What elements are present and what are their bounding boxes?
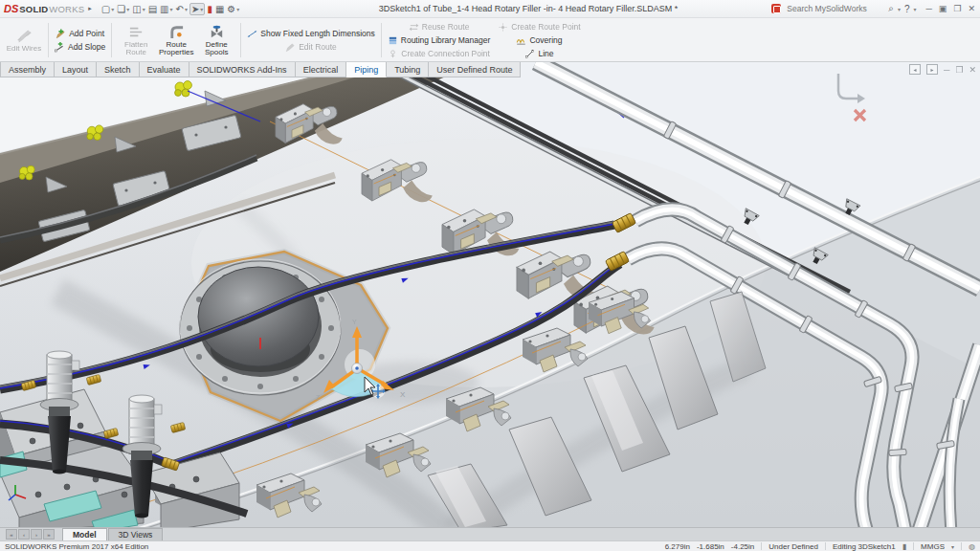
doc-close-icon[interactable]: ✕ — [969, 65, 976, 75]
pane-right-icon[interactable]: ▸ — [926, 64, 938, 75]
create-route-point-icon — [498, 22, 508, 33]
minimize-button[interactable]: ─ — [925, 4, 931, 13]
add-slope-icon — [55, 42, 65, 53]
search-input[interactable] — [785, 3, 884, 14]
ds-logo-mark: DS — [4, 3, 18, 14]
covering-button[interactable]: Covering — [514, 34, 564, 46]
maximize-button[interactable]: ▣ — [939, 4, 947, 13]
routing-library-manager-button[interactable]: Routing Library Manager — [386, 34, 493, 46]
title-bar: DS SOLID WORKS ▸ ▢▾❏▾◫▾▤▥▾↶▾➤▾▮▦⚙▾ 3DSke… — [0, 0, 980, 18]
create-connection-point-button[interactable]: Create Connection Point — [386, 48, 492, 59]
tags-icon[interactable]: ◍ — [969, 542, 975, 551]
new-document-icon[interactable]: ▢▾ — [100, 4, 115, 14]
document-title: 3DSketch1 of Tube_1-4 Head Rotary Filler… — [287, 4, 769, 13]
print-icon[interactable]: ▤ — [147, 4, 158, 14]
restore-button[interactable]: ❐ — [953, 4, 961, 13]
sheet-nav-2[interactable]: › — [31, 529, 42, 540]
search-icon[interactable]: ⌕ — [888, 3, 894, 14]
tab-user-defined-route[interactable]: User Defined Route — [429, 62, 521, 77]
window-controls: ─▣❐✕ — [925, 4, 975, 13]
print-preview-icon[interactable]: ▥▾ — [159, 4, 173, 14]
line-icon — [524, 49, 535, 59]
help-button[interactable]: ? — [904, 4, 910, 14]
3d-model-canvas[interactable]: X Y Z — [0, 62, 980, 527]
route-properties-button[interactable]: Route Properties — [156, 24, 196, 57]
file-properties-icon[interactable]: ▦ — [214, 4, 225, 14]
undo-icon[interactable]: ↶▾ — [175, 4, 189, 14]
command-manager-tabs: AssemblyLayoutSketchEvaluateSOLIDWORKS A… — [0, 62, 521, 77]
coordinate-z: -4.25in — [731, 542, 754, 551]
tab-piping[interactable]: Piping — [346, 62, 387, 77]
routing-library-manager-icon — [388, 35, 398, 46]
units-caret-icon[interactable]: ▾ — [951, 543, 954, 550]
tab-model[interactable]: Model — [62, 528, 107, 540]
undo-caret-icon[interactable]: ▾ — [185, 6, 188, 12]
line-button[interactable]: Line — [523, 48, 555, 59]
save-icon[interactable]: ◫▾ — [131, 4, 145, 14]
covering-icon — [516, 35, 526, 46]
save-caret-icon[interactable]: ▾ — [143, 6, 145, 12]
options-icon[interactable]: ⚙▾ — [226, 4, 240, 14]
triad-z-label: Z — [316, 394, 321, 401]
pane-left-icon[interactable]: ◂ — [909, 64, 921, 75]
create-route-point-button[interactable]: Create Route Point — [496, 21, 582, 33]
create-connection-point-icon — [388, 49, 398, 59]
menu-expander-icon[interactable]: ▸ — [88, 5, 92, 12]
help-caret-icon[interactable]: ▾ — [913, 6, 916, 12]
ribbon-separator — [111, 23, 112, 57]
search-caret-icon[interactable]: ▾ — [898, 6, 901, 12]
tab-evaluate[interactable]: Evaluate — [140, 62, 189, 77]
constraint-state-label: Under Defined — [768, 542, 818, 551]
doc-minimize-icon[interactable]: ─ — [944, 65, 949, 75]
tab-electrical[interactable]: Electrical — [296, 62, 347, 77]
triad-x-label: X — [400, 390, 406, 399]
flatten-route-icon — [128, 24, 145, 40]
new-document-caret-icon[interactable]: ▾ — [111, 6, 114, 12]
edit-sketch-icon[interactable]: ▮ — [902, 542, 906, 551]
tab-layout[interactable]: Layout — [55, 62, 97, 77]
edit-wires-button[interactable]: Edit Wires — [4, 28, 44, 53]
reuse-route-button[interactable]: Reuse Route — [407, 21, 472, 33]
show-fixed-length-dimensions-icon — [247, 29, 257, 39]
solidworks-resources-icon[interactable] — [771, 4, 781, 13]
open-document-icon[interactable]: ❏▾ — [116, 4, 130, 14]
triad-y-label: Y — [352, 319, 357, 325]
tab-3d-views[interactable]: 3D Views — [108, 528, 164, 540]
tab-sketch[interactable]: Sketch — [97, 62, 140, 77]
sheet-nav-1[interactable]: ‹ — [18, 529, 30, 540]
select-caret-icon[interactable]: ▾ — [200, 6, 203, 12]
coordinate-y: -1.685in — [697, 542, 724, 551]
sheet-nav-0[interactable]: « — [6, 529, 17, 540]
add-point-icon — [56, 29, 66, 39]
edition-label: SOLIDWORKS Premium 2017 x64 Edition — [5, 542, 665, 551]
sheet-nav-3[interactable]: » — [43, 529, 55, 540]
solidworks-logo: DS SOLID WORKS — [4, 3, 84, 14]
show-fixed-length-dimensions-button[interactable]: Show Fixed Length Dimensions — [245, 28, 377, 39]
route-properties-icon — [168, 24, 185, 40]
define-spools-icon — [209, 24, 225, 40]
tab-tubing[interactable]: Tubing — [387, 62, 429, 77]
define-spools-button[interactable]: Define Spools — [196, 24, 236, 57]
tab-assembly[interactable]: Assembly — [0, 62, 55, 77]
select-icon[interactable]: ➤▾ — [189, 3, 205, 15]
add-point-button[interactable]: Add Point — [54, 28, 106, 39]
units-label[interactable]: MMGS — [921, 542, 945, 551]
search-area: ⌕▾ ?▾ ─▣❐✕ — [771, 3, 980, 14]
print-preview-caret-icon[interactable]: ▾ — [170, 6, 173, 12]
editing-state-label: Editing 3DSketch1 — [833, 542, 896, 551]
tab-solidworks-add-ins[interactable]: SOLIDWORKS Add-Ins — [189, 62, 296, 77]
edit-wires-icon — [16, 28, 33, 44]
model-view-tab-bar: «‹›» Model3D Views — [0, 527, 980, 540]
edit-route-icon — [285, 42, 296, 53]
viewport-window-controls: ◂▸─❐✕ — [909, 64, 976, 75]
edit-route-button[interactable]: Edit Route — [283, 41, 339, 53]
doc-restore-icon[interactable]: ❐ — [955, 65, 963, 75]
close-button[interactable]: ✕ — [968, 4, 975, 13]
quick-access-toolbar: ▢▾❏▾◫▾▤▥▾↶▾➤▾▮▦⚙▾ — [100, 3, 241, 15]
add-slope-button[interactable]: Add Slope — [53, 41, 107, 53]
flatten-route-button[interactable]: Flatten Route — [116, 24, 156, 57]
rebuild-icon[interactable]: ▮ — [206, 4, 213, 14]
options-caret-icon[interactable]: ▾ — [236, 6, 239, 12]
open-document-caret-icon[interactable]: ▾ — [126, 6, 129, 12]
graphics-area[interactable]: AssemblyLayoutSketchEvaluateSOLIDWORKS A… — [0, 62, 980, 527]
